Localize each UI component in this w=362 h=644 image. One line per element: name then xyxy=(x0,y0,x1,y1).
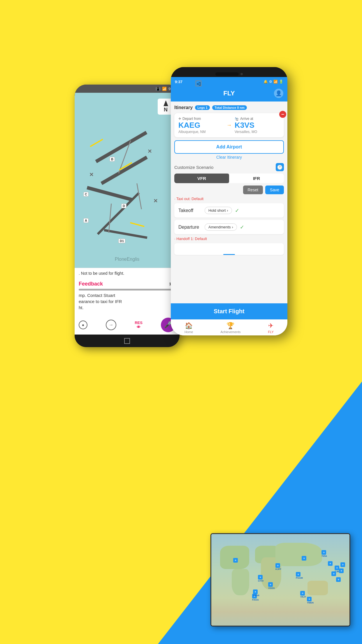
partial-content-row xyxy=(174,243,284,255)
departure-option-text: Amendments xyxy=(208,225,231,229)
handoff-notice: · Handoff 1: Default xyxy=(174,237,284,241)
nav-achievements[interactable]: 🏆 Achievements xyxy=(220,322,240,334)
res-button[interactable]: RES 👁 xyxy=(135,321,143,329)
feedback-text: mp. Contact Stuartearance to taxi for IF… xyxy=(79,292,175,311)
clock-button[interactable]: 🕐 xyxy=(276,163,284,171)
taxiway-label-a: A xyxy=(83,218,89,223)
departure-option-pill[interactable]: Amendments › xyxy=(205,223,237,231)
departure-chevron-icon: › xyxy=(232,225,233,229)
left-phone-android-bar xyxy=(75,335,180,347)
takeoff-label: Takeoff xyxy=(178,208,202,213)
fly-header: FLY 👤 xyxy=(171,86,287,102)
wifi-icon: 📶 xyxy=(162,87,167,91)
runway-3 xyxy=(87,186,133,201)
nav-home[interactable]: 🏠 Home xyxy=(184,322,193,334)
clear-itinerary-link[interactable]: Clear Itinerary xyxy=(174,155,284,160)
phone-right: 9:37 🔔 ⚙ 📶 🔋 FLY 👤 I xyxy=(171,67,287,335)
runway-2 xyxy=(101,156,148,185)
map-marker-765a[interactable]: ✈ 765A xyxy=(321,550,326,555)
map-marker-fadr[interactable]: ✈ FADR xyxy=(253,589,258,594)
taxiway-label-d1: D1 xyxy=(118,239,125,243)
itinerary-header: Itinerary Legs 1 Total Distance 0 nm xyxy=(174,105,284,110)
map-marker-east2[interactable]: ✈ xyxy=(328,561,333,566)
next-arrow-button[interactable]: → xyxy=(106,320,116,330)
map-marker-vgds[interactable]: ✈ VGDS xyxy=(268,582,273,587)
feedback-progress-fill xyxy=(79,289,175,290)
remove-leg-button[interactable]: − xyxy=(279,111,286,118)
north-arrow xyxy=(164,100,168,106)
battery-icon: 🔋 xyxy=(279,80,283,84)
nav-fly[interactable]: ✈ FLY xyxy=(268,322,274,334)
asia-land xyxy=(275,543,322,566)
achievements-label: Achievements xyxy=(220,330,240,334)
phones-container: 📳 📶 92% N xyxy=(0,67,362,347)
reset-button[interactable]: Reset xyxy=(243,186,263,194)
vfr-ifr-toggle: VFR IFR xyxy=(174,174,284,183)
stop-bar-3 xyxy=(130,222,144,227)
depart-city: Albuquerque, NM xyxy=(178,130,224,134)
not-flight-text: . Not to be used for flight. xyxy=(79,271,124,276)
start-flight-button[interactable]: Start Flight xyxy=(171,303,287,319)
action-row: Reset Save xyxy=(174,186,284,194)
depart-code[interactable]: KAEG xyxy=(178,121,224,130)
android-square-btn[interactable] xyxy=(124,338,130,344)
map-marker-tjbq[interactable]: ✈ TJBQ xyxy=(335,566,339,570)
add-airport-button[interactable]: Add Airport xyxy=(174,140,284,154)
arrive-code[interactable]: K3VS xyxy=(235,121,280,130)
taxiway-label-c: C xyxy=(83,192,89,197)
taxiway-label-b: B xyxy=(110,157,115,162)
runway-5 xyxy=(104,229,147,239)
vfr-option[interactable]: VFR xyxy=(174,174,229,183)
map-marker-east1[interactable]: ✈ xyxy=(302,556,306,561)
stop-bar-1 xyxy=(90,139,103,147)
map-marker-ymen[interactable]: ✈ YMEN xyxy=(307,597,312,601)
fly-icon: ✈ xyxy=(268,322,273,330)
itinerary-label: Itinerary xyxy=(174,105,193,110)
fly-label: FLY xyxy=(268,330,274,334)
map-marker-west1[interactable]: ✈ xyxy=(233,558,238,563)
route-row: ✈ Depart from KAEG Albuquerque, NM → 🛬 xyxy=(178,117,280,134)
eye-icon: 👁 xyxy=(137,325,140,329)
left-dot-indicator: ● xyxy=(79,321,87,329)
phone-left: 📳 📶 92% N xyxy=(75,85,180,347)
world-map: ✈ GTHI ✈ KJFF ✈ VGDS ✈ PGUM ✈ YRJT ✈ YME… xyxy=(211,534,349,626)
map-marker-gthi[interactable]: ✈ GTHI xyxy=(258,575,263,580)
takeoff-row: Takeoff Hold short › ✓ xyxy=(174,203,284,218)
route-arrow: → xyxy=(224,122,235,128)
arrive-column: 🛬 Arrive at K3VS Versailles, MO xyxy=(235,117,280,134)
map-marker-east3[interactable]: ✈ xyxy=(339,568,344,573)
map-marker-kjff[interactable]: ✈ KJFF xyxy=(275,563,280,568)
world-map-container: ✈ GTHI ✈ KJFF ✈ VGDS ✈ PGUM ✈ YRJT ✈ YME… xyxy=(210,533,350,626)
takeoff-option-pill[interactable]: Hold short › xyxy=(205,207,232,214)
notification-icon: 🔔 xyxy=(263,80,268,84)
map-marker-east5[interactable]: ✈ xyxy=(331,571,336,576)
status-time: 9:37 xyxy=(175,80,182,84)
user-avatar[interactable]: 👤 xyxy=(274,89,283,98)
runway-4 xyxy=(97,192,140,235)
save-button[interactable]: Save xyxy=(265,186,284,194)
phone-left-screen: 📳 📶 92% N xyxy=(75,85,180,347)
customize-header: Customize Scenario 🕐 xyxy=(174,163,284,171)
vibrate-icon: 📳 xyxy=(156,87,160,91)
map-marker-pgum[interactable]: ✈ PGUM xyxy=(296,572,301,577)
trophy-icon: 🏆 xyxy=(226,322,234,330)
settings-icon: ⚙ xyxy=(269,80,272,84)
scroll-indicator xyxy=(223,254,235,255)
map-marker-east6[interactable]: ✈ xyxy=(336,577,341,582)
ifr-option[interactable]: IFR xyxy=(229,174,284,183)
fly-status-bar: 9:37 🔔 ⚙ 📶 🔋 xyxy=(171,77,287,86)
taxi-notice: · Taxi out: Default xyxy=(174,197,284,201)
bottom-navigation: 🏠 Home 🏆 Achievements ✈ FLY xyxy=(171,319,287,335)
departure-check-icon: ✓ xyxy=(240,224,244,230)
not-flight-banner: . Not to be used for flight. xyxy=(75,268,180,279)
airport-map: N A B C xyxy=(75,93,180,268)
android-back-button[interactable]: ◁ xyxy=(196,80,201,86)
home-icon: 🏠 xyxy=(185,322,193,330)
map-marker-east4[interactable]: ✈ xyxy=(340,562,345,567)
map-marker-yrjt[interactable]: ✈ YRJT xyxy=(300,591,305,596)
plane-depart-icon: ✈ xyxy=(178,117,181,121)
takeoff-chevron-icon: › xyxy=(227,208,228,213)
bottom-controls: ● → RES 👁 🎤 xyxy=(75,315,180,335)
taxiway-2 xyxy=(136,183,142,209)
depart-column: ✈ Depart from KAEG Albuquerque, NM xyxy=(178,117,224,134)
